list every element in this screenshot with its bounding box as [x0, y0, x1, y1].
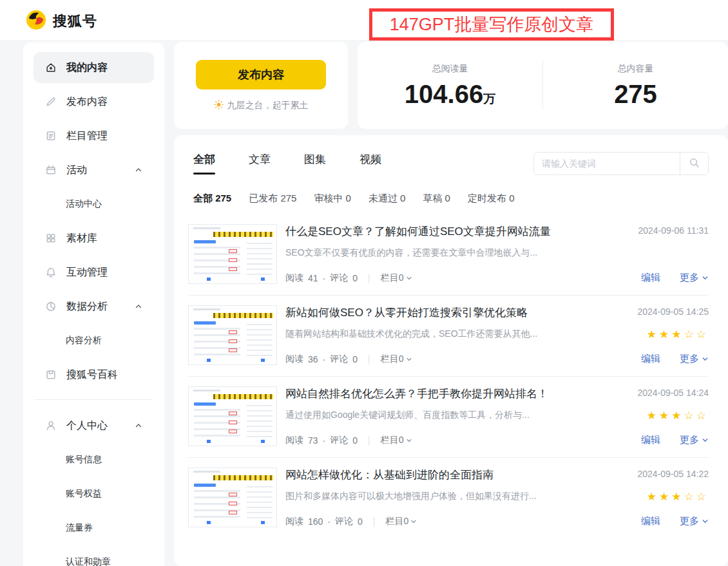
tab-underline — [193, 173, 215, 175]
stat-number: 275 — [614, 80, 657, 108]
search-input[interactable] — [534, 153, 680, 175]
tab-label: 文章 — [249, 152, 271, 167]
more-button[interactable]: 更多 — [680, 353, 709, 365]
sidebar-subitem-account-info[interactable]: 账号信息 — [34, 444, 154, 475]
sidebar-subitem-traffic-coupon[interactable]: 流量券 — [34, 513, 154, 543]
edit-button[interactable]: 编辑 — [641, 515, 660, 527]
filter-reviewing[interactable]: 审核中 0 — [314, 193, 351, 205]
star-filled-icon: ★ — [671, 491, 684, 503]
tab-article[interactable]: 文章 — [249, 152, 271, 175]
article-main: 网站自然排名优化怎么弄？手把手教你提升网站排名！通过使用如Google关键词规划… — [285, 386, 598, 446]
article-thumbnail[interactable] — [188, 386, 277, 446]
chevron-down-icon — [702, 516, 709, 527]
filter-all[interactable]: 全部 275 — [193, 193, 231, 205]
more-button[interactable]: 更多 — [680, 434, 709, 446]
grid-icon — [45, 232, 57, 244]
filter-label: 全部 — [193, 193, 213, 203]
chevron-down-icon — [410, 516, 417, 527]
tab-label: 图集 — [304, 152, 326, 167]
sidebar-item-sohu-wiki[interactable]: 搜狐号百科 — [34, 359, 154, 390]
article-thumbnail[interactable] — [188, 467, 277, 527]
star-outline-icon: ☆ — [696, 491, 709, 503]
article-list: 什么是SEO文章？了解如何通过SEO文章提升网站流量SEO文章不仅要有优质的内容… — [188, 214, 709, 538]
more-button[interactable]: 更多 — [680, 515, 709, 527]
annotation-box: 147GPT批量写作原创文章 — [369, 8, 614, 41]
comments-value: 0 — [352, 273, 358, 283]
tab-label: 视频 — [359, 152, 381, 167]
article-side: 2024-09-05 14:22★★★☆☆编辑更多 — [598, 467, 709, 527]
logo-text: 搜狐号 — [53, 12, 97, 31]
dot-separator: · — [323, 273, 326, 283]
article-thumbnail[interactable] — [188, 305, 277, 365]
column-dropdown[interactable]: 栏目0 — [386, 516, 417, 527]
pencil-icon — [45, 96, 57, 108]
sidebar-item-column-manage[interactable]: 栏目管理 — [34, 120, 154, 151]
filter-draft[interactable]: 草稿 0 — [423, 193, 450, 205]
tab-gallery[interactable]: 图集 — [304, 152, 326, 175]
reads-value: 73 — [308, 435, 318, 446]
article-stats: 阅读73·评论0｜栏目0 — [285, 435, 588, 446]
sidebar-subitem-certification-medals[interactable]: 认证和勋章 — [34, 547, 154, 566]
article-description: 通过使用如Google关键词规划师、百度指数等工具，分析与... — [285, 410, 588, 421]
sidebar-subitem-label: 内容分析 — [66, 335, 102, 346]
search-box — [533, 152, 709, 175]
filter-published[interactable]: 已发布 275 — [249, 193, 296, 205]
article-title[interactable]: 什么是SEO文章？了解如何通过SEO文章提升网站流量 — [285, 224, 588, 239]
sidebar-subitem-content-analysis[interactable]: 内容分析 — [34, 325, 154, 356]
comments-value: 0 — [352, 435, 358, 446]
chevron-down-icon — [702, 435, 709, 446]
filter-count: 0 — [346, 193, 351, 203]
top-cards: 发布内容 九层之台，起于累土 总阅读量104.66万总内容量275 — [174, 42, 728, 129]
sidebar-item-activity[interactable]: 活动 — [34, 155, 154, 185]
calendar-icon — [45, 164, 57, 176]
stat-unit: 万 — [483, 92, 495, 106]
more-button[interactable]: 更多 — [680, 272, 709, 284]
annotation-text: 147GPT批量写作原创文章 — [390, 13, 594, 36]
column-dropdown[interactable]: 栏目0 — [381, 354, 412, 365]
sidebar-item-material-library[interactable]: 素材库 — [34, 223, 154, 254]
sohu-logo[interactable]: 搜狐号 — [26, 10, 97, 33]
sidebar-item-my-content[interactable]: 我的内容 — [34, 52, 154, 83]
article-title[interactable]: 网站自然排名优化怎么弄？手把手教你提升网站排名！ — [285, 386, 588, 401]
sidebar-subitem-activity-center[interactable]: 活动中心 — [34, 189, 154, 220]
chevron-up-icon — [135, 303, 142, 310]
dot-separator: · — [323, 354, 326, 364]
star-filled-icon: ★ — [659, 491, 671, 503]
filter-count: 0 — [400, 193, 405, 203]
article-description: 随着网站结构和基础技术优化的完成，SEO工作还需要从其他... — [285, 328, 588, 340]
search-button[interactable] — [680, 153, 708, 175]
article-title[interactable]: 网站怎样做优化：从基础到进阶的全面指南 — [285, 467, 588, 482]
article-main: 什么是SEO文章？了解如何通过SEO文章提升网站流量SEO文章不仅要有优质的内容… — [285, 224, 598, 284]
reads-value: 36 — [308, 354, 318, 364]
sidebar-item-data-analysis[interactable]: 数据分析 — [34, 291, 154, 322]
column-dropdown[interactable]: 栏目0 — [381, 272, 412, 284]
edit-button[interactable]: 编辑 — [641, 434, 660, 446]
sidebar-item-label: 活动 — [66, 164, 87, 177]
filter-scheduled[interactable]: 定时发布 0 — [468, 193, 515, 205]
edit-button[interactable]: 编辑 — [641, 353, 660, 365]
tab-video[interactable]: 视频 — [359, 152, 381, 175]
filter-label: 审核中 — [314, 193, 343, 203]
article-row: 网站怎样做优化：从基础到进阶的全面指南图片和多媒体内容可以极大地增强用户体验，但… — [188, 457, 709, 538]
article-thumbnail[interactable] — [188, 224, 277, 284]
article-stats: 阅读160·评论0｜栏目0 — [285, 516, 588, 527]
sidebar-item-label: 素材库 — [66, 232, 97, 245]
column-dropdown[interactable]: 栏目0 — [381, 435, 412, 446]
filter-rejected[interactable]: 未通过 0 — [369, 193, 406, 205]
sidebar-subitem-account-rights[interactable]: 账号权益 — [34, 478, 154, 509]
page: 搜狐号 147GPT批量写作原创文章 我的内容发布内容栏目管理活动活动中心素材库… — [0, 0, 728, 566]
article-title[interactable]: 新站如何做SEO？从零开始打造搜索引擎优化策略 — [285, 305, 588, 320]
sidebar-item-label: 搜狐号百科 — [66, 368, 118, 382]
star-filled-icon: ★ — [671, 328, 684, 341]
tab-all[interactable]: 全部 — [193, 152, 215, 175]
chevron-down-icon — [702, 354, 709, 364]
sidebar-item-label: 栏目管理 — [66, 129, 108, 143]
bar-separator: ｜ — [365, 272, 374, 284]
sidebar-item-publish[interactable]: 发布内容 — [34, 86, 154, 117]
comments-label: 评论 — [335, 516, 353, 527]
sidebar-item-personal-center[interactable]: 个人中心 — [34, 410, 154, 441]
filter-label: 已发布 — [249, 193, 278, 203]
sidebar-item-interaction-manage[interactable]: 互动管理 — [34, 257, 154, 288]
edit-button[interactable]: 编辑 — [641, 272, 660, 284]
publish-content-button[interactable]: 发布内容 — [196, 60, 326, 90]
